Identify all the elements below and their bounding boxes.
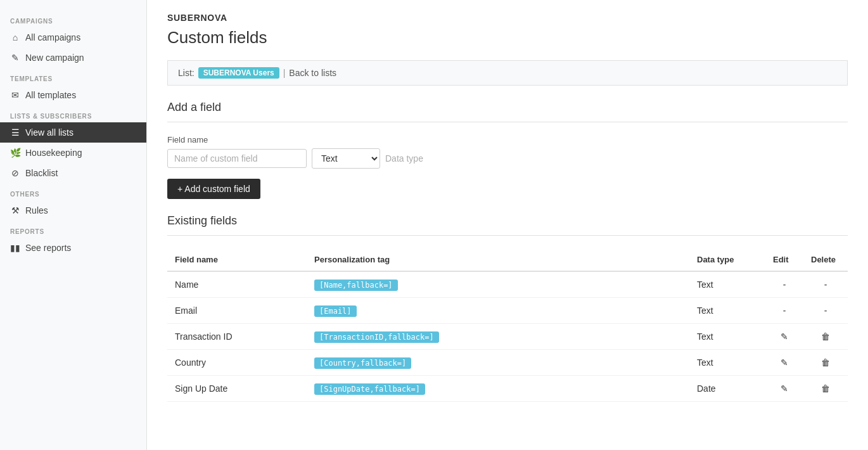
edit-cell: - [765,271,803,298]
edit-cell[interactable]: ✎ [765,324,803,350]
sidebar-item-rules[interactable]: ⚒ Rules [0,200,146,221]
fields-table: Field name Personalization tag Data type… [167,248,848,402]
tag-cell: [Email] [307,298,689,324]
fields-table-body: Name[Name,fallback=]Text--Email[Email]Te… [167,271,848,402]
data-type-cell: Text [689,298,765,324]
fields-table-header: Field name Personalization tag Data type… [167,248,848,271]
tag-badge: [TransactionID,fallback=] [314,331,439,343]
bar-chart-icon: ▮▮ [10,243,20,253]
table-row: Transaction ID[TransactionID,fallback=]T… [167,324,848,350]
tag-cell: [Name,fallback=] [307,271,689,298]
sidebar-section-templates: TEMPLATES [0,68,146,85]
delete-cell[interactable]: 🗑 [803,324,848,350]
delete-cell[interactable]: 🗑 [803,350,848,376]
field-name-cell: Sign Up Date [167,376,307,402]
table-row: Country[Country,fallback=]Text✎🗑 [167,350,848,376]
list-label: List: [178,68,195,78]
sidebar-section-campaigns: CAMPAIGNS [0,10,146,27]
field-name-cell: Transaction ID [167,324,307,350]
back-to-lists-link[interactable]: Back to lists [289,68,336,78]
tag-cell: [Country,fallback=] [307,350,689,376]
field-name-cell: Country [167,350,307,376]
col-header-pertag: Personalization tag [307,248,689,271]
sidebar-section-others: OTHERS [0,183,146,200]
tag-badge: [Email] [314,305,357,317]
col-header-delete: Delete [803,248,848,271]
sidebar-item-housekeeping[interactable]: 🌿 Housekeeping [0,143,146,163]
tag-badge: [Name,fallback=] [314,280,398,291]
delete-cell: - [803,298,848,324]
list-separator: | [283,68,286,78]
sidebar-item-new-campaign[interactable]: ✎ New campaign [0,48,146,68]
home-icon: ⌂ [10,32,20,42]
tag-badge: [Country,fallback=] [314,357,411,369]
table-row: Email[Email]Text-- [167,298,848,324]
tag-cell: [SignUpDate,fallback=] [307,376,689,402]
data-type-cell: Text [689,271,765,298]
section-divider-add [167,122,848,122]
main-content: SUBERNOVA Custom fields List: SUBERNOVA … [147,0,868,450]
wrench-icon: ⚒ [10,205,20,215]
list-badge[interactable]: SUBERNOVA Users [198,67,279,79]
sidebar: CAMPAIGNS ⌂ All campaigns ✎ New campaign… [0,0,147,450]
list-icon: ☰ [10,127,20,138]
edit-icon: ✎ [10,53,20,63]
fields-table-header-row: Field name Personalization tag Data type… [167,248,848,271]
field-name-cell: Name [167,271,307,298]
edit-cell: - [765,298,803,324]
delete-cell[interactable]: 🗑 [803,376,848,402]
sidebar-item-all-templates[interactable]: ✉ All templates [0,85,146,105]
edit-cell[interactable]: ✎ [765,350,803,376]
add-custom-field-button[interactable]: + Add custom field [167,179,260,199]
col-header-fieldname: Field name [167,248,307,271]
field-name-input[interactable] [167,149,307,168]
sidebar-item-see-reports[interactable]: ▮▮ See reports [0,238,146,258]
ban-icon: ⊘ [10,168,20,178]
tag-cell: [TransactionID,fallback=] [307,324,689,350]
sidebar-section-lists: LISTS & SUBSCRIBERS [0,105,146,122]
envelope-icon: ✉ [10,90,20,100]
col-header-edit: Edit [765,248,803,271]
sidebar-item-view-all-lists[interactable]: ☰ View all lists [0,122,146,143]
data-type-cell: Text [689,350,765,376]
leaf-icon: 🌿 [10,148,20,158]
sidebar-section-reports: REPORTS [0,221,146,238]
delete-cell: - [803,271,848,298]
table-row: Sign Up Date[SignUpDate,fallback=]Date✎🗑 [167,376,848,402]
col-header-datatype: Data type [689,248,765,271]
section-divider-existing [167,235,848,236]
existing-fields-section: Existing fields Field name Personalizati… [167,214,848,402]
field-name-cell: Email [167,298,307,324]
sidebar-item-blacklist[interactable]: ⊘ Blacklist [0,163,146,183]
add-field-section-title: Add a field [167,101,848,114]
add-field-row: Text Number Date Boolean Data type [167,148,848,169]
data-type-hint: Data type [385,153,423,164]
data-type-cell: Text [689,324,765,350]
list-bar: List: SUBERNOVA Users | Back to lists [167,60,848,86]
existing-fields-title: Existing fields [167,214,848,228]
table-row: Name[Name,fallback=]Text-- [167,271,848,298]
field-name-label: Field name [167,135,848,145]
app-title: SUBERNOVA [167,13,848,23]
data-type-select[interactable]: Text Number Date Boolean [312,148,380,169]
tag-badge: [SignUpDate,fallback=] [314,383,425,395]
page-title: Custom fields [167,28,848,48]
sidebar-item-all-campaigns[interactable]: ⌂ All campaigns [0,27,146,48]
edit-cell[interactable]: ✎ [765,376,803,402]
data-type-cell: Date [689,376,765,402]
